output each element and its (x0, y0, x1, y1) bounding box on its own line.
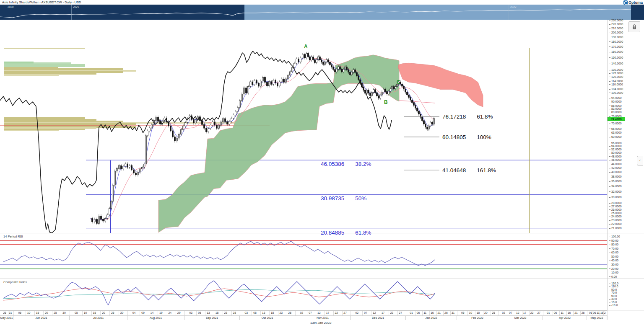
month-cell[interactable]: Mar 2022 (498, 315, 543, 320)
tick-mark (609, 228, 610, 229)
month-cell[interactable]: Nov 2021 (295, 315, 351, 320)
price-tick: 90.0000 (609, 100, 622, 103)
price-tick: 28.0000 (609, 201, 622, 204)
tick-mark (609, 64, 610, 64)
navigator-year-2021: 2021 (73, 5, 79, 8)
day-cell-border (149, 311, 149, 315)
candle-body (392, 87, 393, 89)
day-tick: 31 (452, 311, 455, 315)
navigator-corner-block (631, 5, 644, 20)
composite-panel-label: Composite Index (3, 280, 27, 284)
chart-application: Axie Infinity Shards/Tether - AXSUSDT:CW… (0, 0, 644, 328)
day-tick: 22 (530, 311, 534, 315)
day-cell-border (240, 311, 240, 315)
month-cell[interactable]: Jun 2021 (13, 315, 70, 320)
month-cell[interactable]: Aug 2021 (127, 315, 184, 320)
month-cell[interactable]: Oct 2021 (240, 315, 295, 320)
price-tick: 63.0000 (609, 131, 622, 134)
lock-button[interactable] (628, 21, 640, 32)
tick-mark (609, 109, 610, 109)
candle-body (149, 128, 151, 131)
day-tick: 30 (120, 311, 124, 315)
day-cell-border (443, 311, 444, 315)
month-cell[interactable]: Jan 2022 (406, 315, 457, 320)
month-cell[interactable]: Feb 2022 (457, 315, 498, 320)
collapse-axis-button[interactable]: ‹ (637, 156, 643, 165)
lock-icon (632, 24, 637, 30)
tick-mark (609, 41, 610, 42)
price-tick: 30.0000 (609, 196, 622, 199)
tick-mark (609, 248, 610, 249)
month-cell[interactable]: Sep 2021 (184, 315, 240, 320)
date-axis[interactable]: May 20212631Jun 2021051015202530Jul 2021… (0, 310, 607, 320)
candle-body (309, 57, 311, 60)
composite-tick: 10.0 (609, 301, 617, 304)
composite-panel-chart[interactable] (0, 279, 607, 310)
candle-body (355, 70, 356, 72)
day-cell-border (436, 311, 437, 315)
candle-body (275, 80, 276, 83)
candle-body (103, 219, 104, 221)
optuma-logo-text: Optuma (628, 0, 643, 5)
candle-body (341, 70, 343, 72)
optuma-logo: Optuma (623, 0, 643, 5)
fib-percent-value: 50% (355, 195, 366, 201)
tick-mark (609, 93, 610, 93)
price-tick: 23.0000 (609, 219, 622, 222)
tick-mark (609, 237, 610, 237)
candle-body (283, 79, 285, 82)
day-tick: 11 (561, 311, 564, 315)
month-cell[interactable]: Jul 2021 (70, 315, 127, 320)
candle-body (121, 165, 122, 169)
day-cell-border (196, 311, 197, 315)
candle-body (331, 65, 332, 67)
candle-body (385, 89, 386, 92)
price-tick: 140.0000 (609, 62, 623, 65)
month-cell[interactable]: May 2021 (0, 315, 13, 320)
day-cell-border (342, 311, 343, 315)
day-tick: 11 (597, 311, 600, 315)
price-tick: 25.0000 (609, 212, 622, 214)
tick-mark (609, 284, 610, 284)
candle-body (135, 173, 137, 175)
price-tick: 50.0000 (609, 151, 622, 154)
fib-price-value: 76.17218 (442, 114, 466, 120)
day-cell-border (529, 311, 530, 315)
day-tick: 08 (253, 311, 257, 315)
month-cell[interactable]: Apr 2022 (543, 315, 587, 320)
candle-body (256, 80, 257, 83)
candle-body (218, 125, 220, 128)
day-tick: 25 (111, 311, 114, 315)
candle-body (119, 165, 120, 168)
title-bar: Axie Infinity Shards/Tether - AXSUSDT:CW… (0, 0, 644, 5)
date-range-navigator[interactable]: 2020 2021 2022 (0, 5, 644, 20)
candle-body (271, 82, 272, 85)
month-cell[interactable]: May 2022 (587, 315, 607, 320)
rsi-background (0, 233, 607, 279)
candle-body (428, 126, 430, 129)
day-cell-border (140, 311, 140, 315)
day-cell-border (508, 311, 508, 315)
day-cell-border (287, 311, 287, 315)
navigator-sparkline (0, 5, 644, 20)
day-cell-border (587, 311, 587, 315)
day-tick: 16 (431, 311, 434, 315)
composite-tick: 50.0 (609, 294, 617, 297)
panel-divider (0, 279, 644, 279)
rsi-panel-chart[interactable] (0, 233, 607, 279)
candle-body (221, 122, 222, 125)
candle-body (382, 92, 383, 95)
candle-body (358, 76, 359, 80)
candle-body (147, 131, 148, 136)
candle-body (418, 111, 420, 114)
candle-body (370, 93, 371, 96)
candle-body (235, 111, 236, 115)
main-price-chart[interactable] (0, 20, 607, 233)
tick-mark (609, 186, 610, 187)
candle-body (151, 124, 153, 128)
navigator-line (0, 9, 631, 18)
tick-mark (609, 73, 610, 74)
month-cell[interactable]: Dec 2021 (351, 315, 406, 320)
candle-body (422, 117, 423, 121)
fib-price-value: 46.05386 (321, 161, 344, 167)
